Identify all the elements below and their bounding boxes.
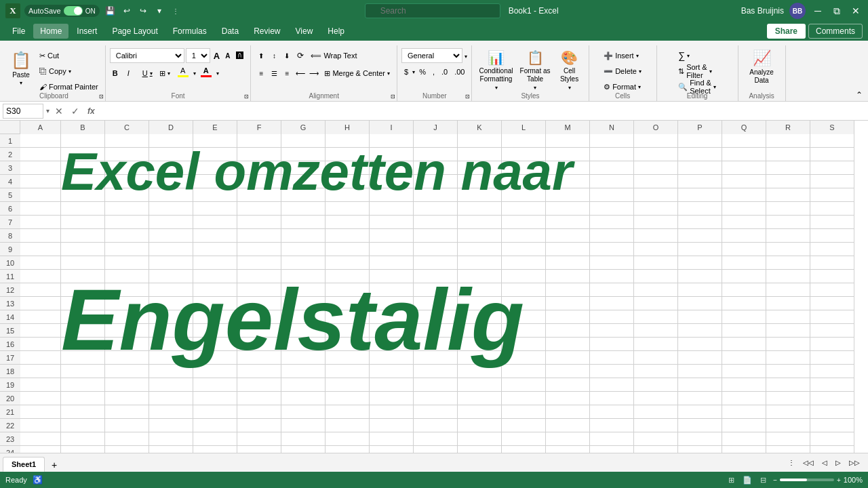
- list-item[interactable]: [149, 419, 193, 432]
- merge-center-button[interactable]: ⊞ Merge & Center ▾: [321, 66, 393, 81]
- list-item[interactable]: [766, 324, 810, 338]
- save-button[interactable]: 💾: [104, 4, 117, 18]
- list-item[interactable]: [414, 392, 458, 405]
- decrease-indent-button[interactable]: ⟵: [294, 67, 307, 79]
- list-item[interactable]: [546, 202, 590, 216]
- list-item[interactable]: [281, 378, 326, 392]
- list-item[interactable]: [193, 229, 237, 243]
- list-item[interactable]: [502, 432, 546, 446]
- list-item[interactable]: [458, 229, 502, 243]
- list-item[interactable]: [370, 432, 414, 446]
- list-item[interactable]: [281, 392, 326, 405]
- list-item[interactable]: [149, 405, 193, 419]
- list-item[interactable]: [722, 419, 766, 432]
- normal-view-button[interactable]: ⊞: [727, 474, 736, 486]
- list-item[interactable]: [546, 351, 590, 365]
- list-item[interactable]: [502, 243, 546, 256]
- fill-color-button[interactable]: A: [174, 66, 192, 81]
- list-item[interactable]: [634, 202, 678, 216]
- menu-data[interactable]: Data: [215, 24, 245, 39]
- list-item[interactable]: [634, 188, 678, 202]
- insert-function-icon[interactable]: fx: [85, 105, 98, 117]
- list-item[interactable]: [722, 365, 766, 378]
- list-item[interactable]: [810, 392, 854, 405]
- list-item[interactable]: [237, 229, 281, 243]
- list-item[interactable]: [458, 202, 502, 216]
- add-sheet-button[interactable]: +: [46, 458, 62, 472]
- col-header-G[interactable]: G: [281, 121, 326, 134]
- list-item[interactable]: [149, 378, 193, 392]
- list-item[interactable]: [766, 405, 810, 419]
- list-item[interactable]: [546, 365, 590, 378]
- list-item[interactable]: [810, 188, 854, 202]
- list-item[interactable]: [722, 161, 766, 175]
- align-right-button[interactable]: ≡: [281, 67, 293, 79]
- list-item[interactable]: [414, 405, 458, 419]
- list-item[interactable]: [20, 188, 61, 202]
- list-item[interactable]: [370, 216, 414, 229]
- list-item[interactable]: [634, 283, 678, 297]
- nav-prev-tab[interactable]: ◁: [819, 458, 830, 468]
- list-item[interactable]: [237, 378, 281, 392]
- list-item[interactable]: [590, 216, 634, 229]
- list-item[interactable]: [678, 161, 722, 175]
- list-item[interactable]: [678, 148, 722, 161]
- list-item[interactable]: [546, 338, 590, 351]
- list-item[interactable]: [149, 392, 193, 405]
- col-header-A[interactable]: A: [20, 121, 61, 134]
- font-expand[interactable]: ⊡: [244, 94, 249, 100]
- list-item[interactable]: [61, 446, 105, 453]
- format-as-table-button[interactable]: 📋 Format asTable ▾: [517, 48, 553, 92]
- row-header-15[interactable]: 15: [0, 324, 20, 338]
- list-item[interactable]: [546, 229, 590, 243]
- list-item[interactable]: [722, 378, 766, 392]
- nav-last-tab[interactable]: ▷▷: [846, 458, 863, 468]
- list-item[interactable]: [810, 216, 854, 229]
- list-item[interactable]: [546, 446, 590, 453]
- cancel-formula-icon[interactable]: ✕: [52, 104, 66, 118]
- row-header-3[interactable]: 3: [0, 161, 20, 175]
- col-header-S[interactable]: S: [810, 121, 854, 134]
- list-item[interactable]: [722, 324, 766, 338]
- list-item[interactable]: [149, 243, 193, 256]
- list-item[interactable]: [590, 256, 634, 270]
- list-item[interactable]: [810, 324, 854, 338]
- list-item[interactable]: [414, 202, 458, 216]
- list-item[interactable]: [326, 446, 370, 453]
- row-header-17[interactable]: 17: [0, 351, 20, 365]
- list-item[interactable]: [20, 283, 61, 297]
- list-item[interactable]: [61, 243, 105, 256]
- list-item[interactable]: [634, 270, 678, 283]
- row-header-10[interactable]: 10: [0, 256, 20, 270]
- list-item[interactable]: [281, 229, 326, 243]
- list-item[interactable]: [20, 432, 61, 446]
- list-item[interactable]: [61, 419, 105, 432]
- list-item[interactable]: [810, 351, 854, 365]
- list-item[interactable]: [326, 405, 370, 419]
- list-item[interactable]: [20, 175, 61, 188]
- share-button[interactable]: Share: [767, 24, 806, 39]
- list-item[interactable]: [766, 378, 810, 392]
- list-item[interactable]: [722, 148, 766, 161]
- list-item[interactable]: [20, 365, 61, 378]
- list-item[interactable]: [370, 378, 414, 392]
- align-middle-button[interactable]: ↕: [268, 49, 280, 62]
- col-header-J[interactable]: J: [414, 121, 458, 134]
- list-item[interactable]: [546, 378, 590, 392]
- number-format-selector[interactable]: General: [401, 48, 462, 63]
- list-item[interactable]: [326, 419, 370, 432]
- list-item[interactable]: [458, 216, 502, 229]
- list-item[interactable]: [502, 378, 546, 392]
- restore-button[interactable]: ⧉: [830, 4, 844, 18]
- list-item[interactable]: [634, 446, 678, 453]
- list-item[interactable]: [766, 175, 810, 188]
- list-item[interactable]: [502, 256, 546, 270]
- row-header-5[interactable]: 5: [0, 188, 20, 202]
- list-item[interactable]: [766, 229, 810, 243]
- zoom-out-button[interactable]: −: [773, 476, 777, 484]
- list-item[interactable]: [458, 392, 502, 405]
- font-family-selector[interactable]: Calibri: [110, 48, 184, 63]
- list-item[interactable]: [20, 202, 61, 216]
- list-item[interactable]: [20, 419, 61, 432]
- list-item[interactable]: [766, 134, 810, 148]
